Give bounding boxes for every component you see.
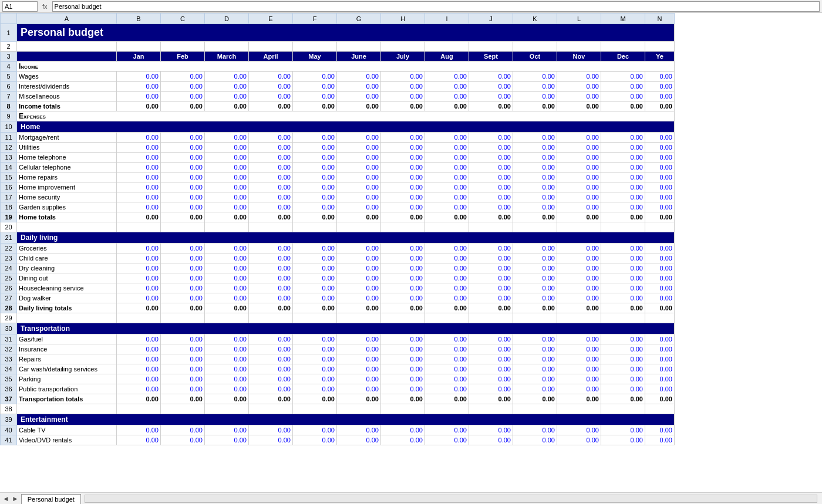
cell-value[interactable]: 0.00 xyxy=(249,293,293,303)
cell-value[interactable]: 0.00 xyxy=(513,133,557,143)
cell-value[interactable]: 0.00 xyxy=(205,153,249,163)
cell-value[interactable]: 0.00 xyxy=(601,253,645,263)
cell-value[interactable]: 0.00 xyxy=(557,374,601,384)
cell-value[interactable]: 0.00 xyxy=(205,82,249,92)
cell-value[interactable]: 0.00 xyxy=(117,153,161,163)
cell-value[interactable]: 0.00 xyxy=(513,273,557,283)
cell-value[interactable]: 0.00 xyxy=(513,82,557,92)
cell-value[interactable]: 0.00 xyxy=(557,334,601,344)
cell-value[interactable]: 0.00 xyxy=(117,374,161,384)
cell-value[interactable]: 0.00 xyxy=(293,133,337,143)
cell-value[interactable]: 0.00 xyxy=(337,283,381,293)
cell-value[interactable]: 0.00 xyxy=(249,263,293,273)
cell-value[interactable]: 0.00 xyxy=(205,354,249,364)
cell-value[interactable]: 0.00 xyxy=(117,334,161,344)
cell-value[interactable]: 0.00 xyxy=(161,354,205,364)
cell-value[interactable]: 0.00 xyxy=(469,293,513,303)
cell-value[interactable]: 0.00 xyxy=(513,172,557,182)
cell-value[interactable]: 0.00 xyxy=(117,72,161,82)
cell-value[interactable]: 0.00 xyxy=(293,344,337,354)
cell-value[interactable]: 0.00 xyxy=(293,293,337,303)
cell-value[interactable]: 0.00 xyxy=(249,172,293,182)
cell-value[interactable]: 0.00 xyxy=(645,172,675,182)
cell-value[interactable]: 0.00 xyxy=(645,202,675,212)
cell-value[interactable]: 0.00 xyxy=(381,364,425,374)
cell-value[interactable]: 0.00 xyxy=(381,72,425,82)
cell-value[interactable]: 0.00 xyxy=(513,374,557,384)
cell-value[interactable]: 0.00 xyxy=(513,253,557,263)
cell-value[interactable]: 0.00 xyxy=(205,364,249,374)
cell-value[interactable]: 0.00 xyxy=(381,143,425,153)
cell-value[interactable]: 0.00 xyxy=(601,293,645,303)
cell-value[interactable]: 0.00 xyxy=(249,384,293,394)
nav-prev-icon[interactable]: ◄ xyxy=(2,495,9,503)
cell-value[interactable]: 0.00 xyxy=(513,202,557,212)
cell-value[interactable]: 0.00 xyxy=(557,153,601,163)
cell-value[interactable]: 0.00 xyxy=(117,172,161,182)
cell-value[interactable]: 0.00 xyxy=(249,334,293,344)
cell-value[interactable]: 0.00 xyxy=(601,273,645,283)
cell-value[interactable]: 0.00 xyxy=(645,293,675,303)
cell-value[interactable]: 0.00 xyxy=(161,344,205,354)
cell-value[interactable]: 0.00 xyxy=(513,143,557,153)
cell-value[interactable]: 0.00 xyxy=(425,425,469,435)
cell-total-value[interactable]: 0.00 xyxy=(117,102,161,111)
cell-value[interactable]: 0.00 xyxy=(601,192,645,202)
cell-value[interactable]: 0.00 xyxy=(381,435,425,445)
cell-value[interactable]: 0.00 xyxy=(161,82,205,92)
cell-value[interactable]: 0.00 xyxy=(249,344,293,354)
cell-value[interactable]: 0.00 xyxy=(205,202,249,212)
cell-total-value[interactable]: 0.00 xyxy=(645,394,675,404)
cell-value[interactable]: 0.00 xyxy=(557,72,601,82)
cell-value[interactable]: 0.00 xyxy=(381,192,425,202)
cell-value[interactable]: 0.00 xyxy=(205,425,249,435)
cell-value[interactable]: 0.00 xyxy=(601,374,645,384)
cell-value[interactable]: 0.00 xyxy=(469,435,513,445)
cell-value[interactable]: 0.00 xyxy=(293,283,337,293)
cell-value[interactable]: 0.00 xyxy=(513,72,557,82)
cell-total-value[interactable]: 0.00 xyxy=(337,212,381,222)
cell-value[interactable]: 0.00 xyxy=(293,253,337,263)
cell-value[interactable]: 0.00 xyxy=(381,92,425,102)
cell-value[interactable]: 0.00 xyxy=(557,92,601,102)
cell-total-value[interactable]: 0.00 xyxy=(249,303,293,313)
cell-value[interactable]: 0.00 xyxy=(469,253,513,263)
cell-value[interactable]: 0.00 xyxy=(469,92,513,102)
cell-value[interactable]: 0.00 xyxy=(645,344,675,354)
cell-value[interactable]: 0.00 xyxy=(381,354,425,364)
cell-value[interactable]: 0.00 xyxy=(161,364,205,374)
cell-total-value[interactable]: 0.00 xyxy=(205,394,249,404)
cell-value[interactable]: 0.00 xyxy=(425,354,469,364)
cell-value[interactable]: 0.00 xyxy=(205,182,249,192)
formula-input[interactable] xyxy=(52,1,820,12)
cell-value[interactable]: 0.00 xyxy=(469,133,513,143)
cell-total-value[interactable]: 0.00 xyxy=(513,303,557,313)
cell-value[interactable]: 0.00 xyxy=(645,153,675,163)
cell-total-value[interactable]: 0.00 xyxy=(601,303,645,313)
cell-value[interactable]: 0.00 xyxy=(425,163,469,172)
cell-value[interactable]: 0.00 xyxy=(469,82,513,92)
cell-value[interactable]: 0.00 xyxy=(601,82,645,92)
cell-value[interactable]: 0.00 xyxy=(425,72,469,82)
cell-value[interactable]: 0.00 xyxy=(293,192,337,202)
cell-value[interactable]: 0.00 xyxy=(513,334,557,344)
cell-value[interactable]: 0.00 xyxy=(161,273,205,283)
cell-value[interactable]: 0.00 xyxy=(557,435,601,445)
cell-value[interactable]: 0.00 xyxy=(425,364,469,374)
cell-reference[interactable] xyxy=(2,1,38,12)
cell-value[interactable]: 0.00 xyxy=(557,364,601,374)
cell-value[interactable]: 0.00 xyxy=(337,435,381,445)
cell-total-value[interactable]: 0.00 xyxy=(425,212,469,222)
cell-value[interactable]: 0.00 xyxy=(161,263,205,273)
cell-value[interactable]: 0.00 xyxy=(337,253,381,263)
cell-value[interactable]: 0.00 xyxy=(293,364,337,374)
cell-value[interactable]: 0.00 xyxy=(645,163,675,172)
cell-value[interactable]: 0.00 xyxy=(645,334,675,344)
cell-total-value[interactable]: 0.00 xyxy=(469,394,513,404)
cell-total-value[interactable]: 0.00 xyxy=(249,394,293,404)
cell-value[interactable]: 0.00 xyxy=(117,92,161,102)
cell-value[interactable]: 0.00 xyxy=(469,202,513,212)
cell-total-value[interactable]: 0.00 xyxy=(337,102,381,111)
cell-value[interactable]: 0.00 xyxy=(249,273,293,283)
cell-value[interactable]: 0.00 xyxy=(557,133,601,143)
